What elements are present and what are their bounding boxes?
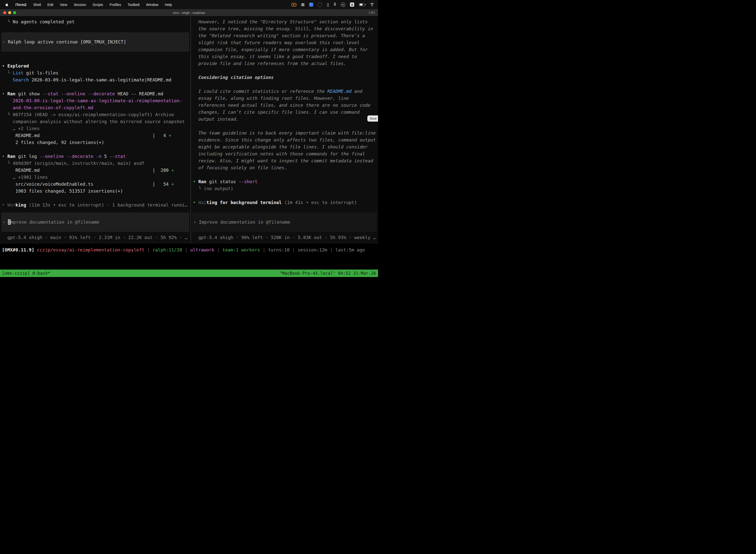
macos-menu-bar: iTerm2 ShellEditViewSessionScriptsProfil… [0,0,378,9]
terminal-line: The team guideline is to back every impo… [193,129,376,136]
terminal-line: • Working (11m 13s • esc to interrupt) ·… [2,202,189,209]
window-shortcut-badge: ⌥⌘1 [367,11,376,14]
terminal-line: • Ran git status --short [193,178,376,185]
terminal-line: including verification notes with those … [193,151,376,157]
terminal-line: essay file, along with finding root file… [193,95,376,102]
terminal-line [2,56,189,63]
app-grid-icon[interactable]: ▦ [301,3,305,6]
terminal-line: evidence. Since this change only affects… [193,136,376,144]
terminal-notice-box: › Ralph loop active continue [OMX_TMUX_I… [1,32,189,52]
menu-item-edit[interactable]: Edit [47,3,53,7]
terminal-line: and-the-erosion-of-copyleft.md [2,104,189,111]
menu-item-scripts[interactable]: Scripts [92,3,103,7]
left-agent-pane[interactable]: └ No agents completed yet› Ralph loop ac… [0,16,190,243]
terminal-line: src/voice/voiceModeEnabled.ts | 54 + [2,181,189,188]
terminal-line: 2 files changed, 92 insertions(+) [2,139,189,146]
left-pane-footer: › Improve documentation in @filename gpt… [2,213,189,241]
tmux-session-label[interactable]: [omx-cczip] 0:bash* [2,271,50,276]
left-prompt-input[interactable]: › Improve documentation in @filename [1,213,189,232]
window-title-bar: omx --xhigh --madmax ⌥⌘1 [0,9,378,16]
terminal-line: references need actual files, and since … [193,102,376,109]
gauge-icon[interactable]: 61 [341,2,345,7]
terminal-line: output instead. [193,116,376,123]
terminal-line [2,146,189,153]
menu-item-toolbelt[interactable]: Toolbelt [128,3,140,7]
screen: iTerm2 ShellEditViewSessionScriptsProfil… [0,0,378,277]
window-title: omx --xhigh --madmax [0,11,378,15]
terminal-line: this single essay, it seems like a good … [193,53,376,60]
terminal-line [2,195,189,202]
figure-eight-icon[interactable]: 8 [334,3,336,6]
menu-item-profiles[interactable]: Profiles [110,3,121,7]
left-pane-status-line: gpt-5.4 xhigh · main · 91% left · 2.31M … [2,234,189,241]
terminal-line: companion file, especially if more comme… [193,46,376,53]
terminal-area: └ No agents completed yet› Ralph loop ac… [0,16,378,243]
right-pane-output: However, I noticed the "Directory Struct… [193,18,376,206]
right-pane-footer: › Improve documentation in @filename gpt… [193,213,376,241]
terminal-line: • Explored [2,63,189,69]
input-source-icon[interactable]: A [350,2,354,7]
terminal-line: review. Also, I might want to inspect th… [193,157,376,164]
wifi-icon[interactable] [370,3,375,6]
right-agent-pane[interactable]: However, I noticed the "Directory Struct… [191,16,378,243]
terminal-line: └ List git ls-files [2,69,189,76]
terminal-line: … +1901 lines [2,174,189,181]
terminal-line: README.md | 280 + [2,167,189,174]
terminal-line: └ (no output) [193,185,376,192]
terminal-line: might be acceptable alongside the file l… [193,144,376,151]
terminal-line: └ No agents completed yet [2,18,189,25]
terminal-line [193,67,376,74]
terminal-line: the source tree, missing the essay. Stil… [193,25,376,32]
terminal-line: Search 2026-03-09-is-legal-the-same-as-l… [2,76,189,84]
omx-status-bar: [OMX#0.11.9] cczip/essay/ai-reimplementa… [0,243,378,254]
terminal-line: changes, I can’t cite specific file line… [193,109,376,116]
terminal-line [2,84,189,90]
dots-grid-icon[interactable]: ⣿ [327,3,329,6]
menu-item-app-iterm2[interactable]: iTerm2 [15,3,26,7]
terminal-line: … +2 lines [2,125,189,132]
tmux-status-bar: [omx-cczip] 0:bash* "MacBook-Pro-44.loca… [0,270,378,277]
screen-notification-badge[interactable]: Scre [367,115,378,122]
tmux-host-clock-label: "MacBook-Pro-44.local" 04:52 31-Mar-26 [279,271,376,276]
apple-logo-icon[interactable] [5,2,9,7]
menu-item-session[interactable]: Session [74,3,86,7]
terminal-line [193,192,376,199]
menu-item-view[interactable]: View [60,3,67,7]
right-pane-status-line: gpt-5.4 xhigh · 96% left · 520K in · 5.8… [193,234,376,241]
menu-item-help[interactable]: Help [165,3,172,7]
terminal-line: I could cite commit statistics or refere… [193,88,376,95]
dark-circle-app-icon[interactable] [318,3,322,7]
terminal-line: • Ran git show --stat --oneline --decora… [2,90,189,97]
terminal-line: • Waiting for background terminal (1m 41… [193,199,376,206]
terminal-line: └ 067f154 (HEAD -> essay/ai-reimplementa… [2,111,189,118]
terminal-line [193,171,376,178]
menu-item-shell[interactable]: Shell [33,3,41,7]
terminal-line: • Ran git log --oneline --decorate -n 5 … [2,153,189,160]
left-pane-output: └ No agents completed yet› Ralph loop ac… [2,18,189,209]
terminal-line: the "Related research writing" section i… [193,32,376,39]
screen-recording-icon[interactable] [292,3,296,6]
battery-icon[interactable] [359,3,365,6]
terminal-line: companion analysis without altering the … [2,118,189,125]
menu-item-window[interactable]: Window [146,3,159,7]
blue-app-icon[interactable] [309,3,313,7]
menubar-status-icons: ▦ ⣿ 8 61 A [292,2,375,7]
menu-bar-left: iTerm2 ShellEditViewSessionScriptsProfil… [5,2,172,7]
terminal-line: └ 4b9d30f (origin/main, instructkr/main,… [2,160,189,167]
terminal-line [193,123,376,129]
terminal-line: of focusing solely on file lines. [193,164,376,171]
menu-items: ShellEditViewSessionScriptsProfilesToolb… [33,3,172,7]
empty-terminal-space [0,254,378,270]
right-prompt-input[interactable]: › Improve documentation in @filename [192,213,377,232]
terminal-line: 1903 files changed, 513517 insertions(+) [2,188,189,195]
terminal-line: However, I noticed the "Directory Struct… [193,18,376,25]
terminal-line [193,81,376,88]
terminal-line: provide file and line references from th… [193,60,376,67]
terminal-line [2,25,189,32]
terminal-line: slight risk that future readers may over… [193,39,376,46]
terminal-line: Considering citation options [193,74,376,81]
terminal-line: 2026-03-09-is-legal-the-same-as-legitima… [2,97,189,104]
terminal-line: README.md | 4 + [2,132,189,139]
